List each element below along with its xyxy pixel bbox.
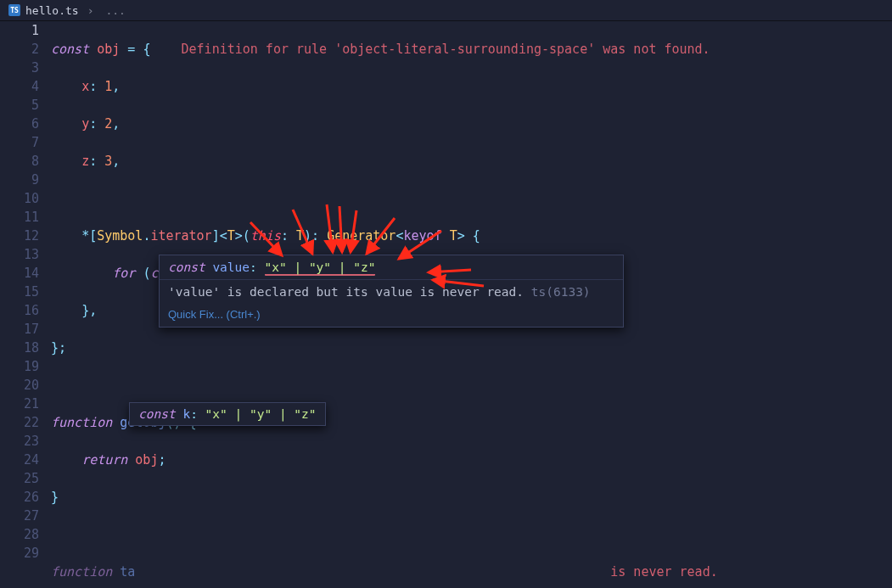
line-number: 12	[0, 227, 39, 245]
code-line: y: 2,	[51, 115, 892, 133]
line-number: 10	[0, 189, 39, 208]
inline-diagnostic: is never read.	[610, 564, 717, 580]
line-number: 14	[0, 264, 39, 283]
tab-bar: TS hello.ts › ...	[0, 0, 892, 21]
line-number: 27	[0, 507, 39, 525]
hover-signature: const value: "x" | "y" | "z"	[160, 255, 623, 280]
line-number: 7	[0, 133, 39, 152]
line-number: 22	[0, 413, 39, 432]
line-number: 5	[0, 96, 39, 115]
gutter: 1 2 3 4 5 6 7 8 9 10 11 12 13 14 15 16 1…	[0, 21, 51, 588]
code-line: *[Symbol.iterator]<T>(this: T): Generato…	[51, 227, 892, 245]
typescript-icon: TS	[8, 4, 20, 16]
line-number: 11	[0, 208, 39, 227]
line-number: 1	[0, 21, 39, 40]
quick-fix-link[interactable]: Quick Fix... (Ctrl+.)	[160, 304, 623, 327]
line-number: 19	[0, 357, 39, 376]
code-line: }	[51, 488, 892, 507]
line-number: 3	[0, 59, 39, 77]
line-number: 23	[0, 432, 39, 451]
line-number: 15	[0, 283, 39, 301]
line-number: 20	[0, 376, 39, 395]
line-number: 26	[0, 488, 39, 507]
line-number: 25	[0, 469, 39, 488]
line-number: 4	[0, 77, 39, 96]
code-line: };	[51, 339, 892, 357]
code-line	[51, 376, 892, 395]
line-number: 24	[0, 451, 39, 469]
line-number: 9	[0, 171, 39, 189]
line-number: 18	[0, 339, 39, 357]
editor[interactable]: 1 2 3 4 5 6 7 8 9 10 11 12 13 14 15 16 1…	[0, 21, 892, 588]
line-number: 29	[0, 544, 39, 563]
tab-hello-ts[interactable]: TS hello.ts › ...	[0, 0, 137, 20]
code-line: return obj;	[51, 451, 892, 469]
tab-filename: hello.ts	[25, 4, 79, 17]
line-number: 16	[0, 301, 39, 320]
breadcrumb-sep: ›	[84, 4, 98, 17]
code-line: x: 1,	[51, 77, 892, 96]
line-number: 8	[0, 152, 39, 171]
hover-message: 'value' is declared but its value is nev…	[160, 280, 623, 304]
code-line	[51, 525, 892, 544]
line-number: 2	[0, 40, 39, 59]
line-number: 13	[0, 245, 39, 264]
code-line: z: 3,	[51, 152, 892, 171]
code-line	[51, 189, 892, 208]
hover-tooltip: const k: "x" | "y" | "z"	[129, 402, 326, 426]
line-number: 6	[0, 115, 39, 133]
inline-diagnostic: Definition for rule 'object-literal-surr…	[182, 42, 710, 57]
code-line: function ta is never read.	[51, 563, 892, 581]
hover-tooltip: const value: "x" | "y" | "z" 'value' is …	[159, 255, 624, 328]
breadcrumb-tail[interactable]: ...	[102, 4, 128, 17]
line-number: 21	[0, 395, 39, 413]
line-number: 17	[0, 320, 39, 339]
line-number: 28	[0, 525, 39, 544]
code-line: const obj = { Definition for rule 'objec…	[51, 40, 892, 59]
